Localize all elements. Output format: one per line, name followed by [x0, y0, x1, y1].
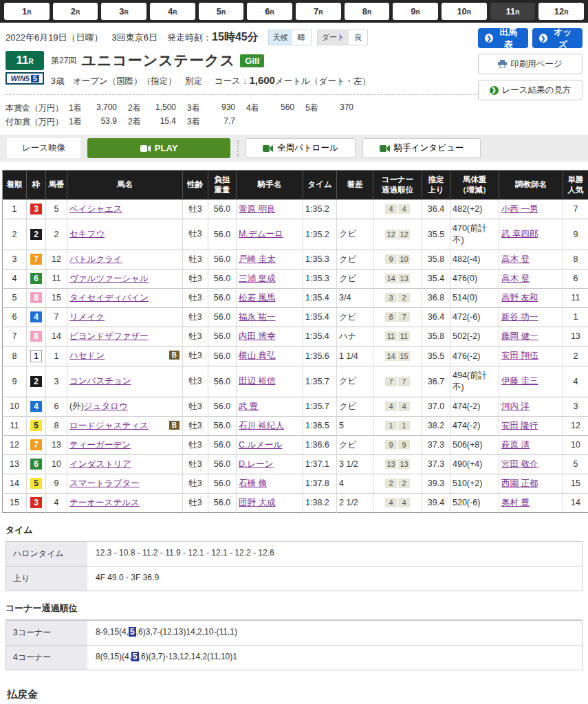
race-tab-number: 1: [22, 6, 27, 16]
result-row: 7 8 14 ビヨンドザファザー 牡3 56.0 内田 博幸 1:35.4 ハナ…: [3, 327, 588, 346]
finish-position: 15: [3, 493, 27, 512]
trainer-link[interactable]: 伊藤 圭三: [501, 376, 538, 386]
race-tab[interactable]: 11R: [490, 3, 536, 20]
race-tab[interactable]: 6R: [247, 3, 292, 20]
corner-position: 13: [398, 274, 410, 283]
frame-badge: 5: [30, 478, 42, 489]
horse-name-link[interactable]: テーオーステルス: [69, 498, 140, 507]
corner-position: 2: [385, 478, 397, 488]
last-3f: 35.5: [422, 219, 450, 250]
horse-name-link[interactable]: ティーガーデン: [69, 440, 131, 450]
race-tab[interactable]: 9R: [393, 3, 438, 20]
entry-table-button[interactable]: ❯出馬表: [478, 28, 528, 48]
race-tab[interactable]: 5R: [199, 3, 244, 20]
jockey-link[interactable]: 戸崎 圭太: [239, 254, 275, 264]
race-tab-r: R: [76, 9, 80, 16]
carried-weight: 56.0: [208, 250, 237, 269]
print-page-button[interactable]: 印刷用ページ: [478, 54, 582, 74]
jockey-link[interactable]: 石橋 脩: [239, 478, 267, 488]
results-guide-button[interactable]: ❯レース結果の見方: [478, 80, 582, 100]
carried-weight: 56.0: [208, 307, 237, 327]
horse-name-link[interactable]: ハセドン: [69, 351, 105, 360]
frame-badge: 7: [30, 439, 42, 450]
jockey-link[interactable]: 石川 裕紀人: [239, 421, 284, 430]
trainer-link[interactable]: 西園 正都: [501, 478, 538, 488]
trainer-link[interactable]: 新谷 功一: [501, 312, 538, 322]
trainer-link[interactable]: 河内 洋: [501, 402, 530, 411]
last-3f: 39.3: [422, 474, 450, 493]
trainer-link[interactable]: 宮田 敬介: [501, 459, 538, 469]
jockey-link[interactable]: 武 豊: [239, 402, 258, 411]
margin: 2 1/2: [337, 493, 373, 512]
horse-name-link[interactable]: バトルクライ: [69, 254, 122, 264]
race-tab-number: 7: [314, 6, 318, 16]
trainer-link[interactable]: 武 幸四郎: [501, 229, 538, 239]
race-tab[interactable]: 8R: [345, 3, 390, 20]
race-tab-r: R: [318, 9, 323, 16]
horse-name-link[interactable]: ベイシャエス: [69, 204, 122, 214]
trainer-link[interactable]: 安田 隆行: [501, 421, 538, 430]
last-3f: 36.8: [422, 288, 450, 307]
race-video-label: レース映像: [7, 138, 80, 158]
trainer-link[interactable]: 安田 翔伍: [501, 351, 538, 360]
trainer-link[interactable]: 高木 登: [501, 254, 530, 264]
trainer-link[interactable]: 高木 登: [501, 274, 530, 283]
horse-number: 2: [46, 219, 67, 250]
jockey-link[interactable]: 田辺 裕信: [239, 376, 275, 386]
horse-name-link[interactable]: インダストリア: [69, 459, 131, 469]
horse-name-link[interactable]: ジュタロウ: [84, 402, 128, 411]
horse-name-link[interactable]: スマートラプター: [69, 478, 140, 488]
course-distance: 1,600: [249, 74, 275, 86]
patrol-video-button[interactable]: 全周パトロール: [246, 138, 356, 158]
race-tab[interactable]: 7R: [296, 3, 341, 20]
race-tab[interactable]: 2R: [53, 3, 98, 20]
trainer-link[interactable]: 高野 友和: [501, 293, 538, 302]
jockey-interview-button[interactable]: 騎手インタビュー: [362, 138, 481, 158]
jockey-link[interactable]: 内田 博幸: [239, 331, 275, 341]
foreign-bred-mark: (外): [69, 402, 84, 411]
track-label: ダート: [318, 30, 349, 45]
jockey-link[interactable]: 菅原 明良: [239, 204, 275, 214]
body-weight: 482(+2): [450, 199, 499, 219]
race-tab[interactable]: 1R: [4, 3, 50, 20]
jockey-link[interactable]: 松若 風馬: [239, 293, 275, 302]
jockey-link[interactable]: 横山 典弘: [239, 351, 275, 360]
carried-weight: 56.0: [208, 397, 237, 416]
horse-name-link[interactable]: リメイク: [69, 312, 105, 322]
jockey-link[interactable]: C.ルメール: [239, 440, 282, 450]
trainer-link[interactable]: 奥村 豊: [501, 498, 530, 507]
race-tab[interactable]: 10R: [442, 3, 487, 20]
jockey-link[interactable]: D.レーン: [239, 459, 274, 469]
race-tab[interactable]: 12R: [538, 3, 584, 20]
finish-position: 5: [3, 288, 27, 307]
race-tab[interactable]: 4R: [150, 3, 195, 20]
win-popularity: 11: [563, 288, 588, 307]
arrow-circle-icon: ❯: [539, 34, 547, 43]
jockey-link[interactable]: 団野 大成: [239, 498, 275, 507]
horse-number: 7: [46, 307, 67, 327]
win-popularity: 1: [563, 307, 588, 327]
camera-icon: [140, 145, 151, 152]
horse-name-link[interactable]: セキフウ: [69, 229, 105, 239]
horse-name-link[interactable]: ロードジャスティス: [69, 421, 149, 430]
result-row: 1 3 5 ベイシャエス 牡3 56.0 菅原 明良 1:35.2 44 36.…: [3, 199, 588, 219]
trainer-link[interactable]: 萩原 清: [501, 440, 530, 450]
horse-name-link[interactable]: ビヨンドザファザー: [69, 331, 149, 341]
sex-age: 牡3: [183, 474, 208, 493]
horse-name-link[interactable]: タイセイディバイン: [69, 293, 149, 302]
odds-button[interactable]: ❯オッズ: [532, 28, 582, 48]
carried-weight: 56.0: [208, 288, 237, 307]
race-tab-r: R: [564, 9, 569, 16]
jockey-link[interactable]: 福永 祐一: [239, 312, 275, 322]
column-header: コーナー 通過順位: [373, 170, 422, 200]
horse-name-link[interactable]: コンバスチョン: [69, 376, 131, 386]
jockey-link[interactable]: 三浦 皇成: [239, 274, 275, 283]
jockey-link[interactable]: M.デムーロ: [239, 229, 283, 239]
trainer-link[interactable]: 小西 一男: [501, 204, 538, 214]
race-tab[interactable]: 3R: [101, 3, 146, 20]
course-detail: メートル（ダート・左）: [275, 76, 371, 86]
play-button[interactable]: PLAY: [87, 138, 230, 158]
trainer-link[interactable]: 藤岡 健一: [501, 331, 538, 341]
win-popularity: 15: [563, 474, 588, 493]
horse-name-link[interactable]: ヴァルツァーシャル: [69, 274, 149, 283]
